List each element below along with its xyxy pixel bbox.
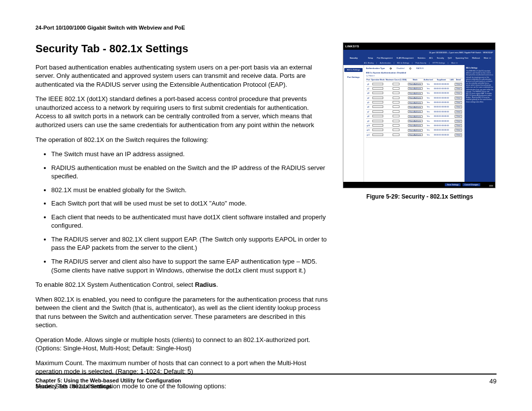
detail-button[interactable]: Detail: [455, 124, 462, 127]
maxcount-input[interactable]: [393, 101, 399, 103]
maxcount-input[interactable]: [393, 105, 399, 108]
table-row: g5ForceAuthorizYes00:00:00:00:00:00Detai…: [366, 100, 463, 104]
detail-button[interactable]: Detail: [455, 87, 462, 90]
table-row: g1ForceAuthorizYes00:00:00:00:00:00Detai…: [366, 82, 463, 86]
subnav-acl-binding[interactable]: ACL Binding: [364, 62, 373, 64]
mode-select[interactable]: ForceAuthoriz: [408, 129, 423, 132]
th-port: Port: [366, 78, 370, 82]
opmode-select[interactable]: [372, 92, 383, 94]
mode-select[interactable]: ForceAuthoriz: [408, 115, 423, 118]
opmode-select[interactable]: [372, 124, 383, 127]
mode-select[interactable]: ForceAuthoriz: [408, 110, 423, 113]
opmode-select[interactable]: [372, 105, 383, 108]
maxcount-input[interactable]: [393, 97, 399, 99]
maxcount-input[interactable]: [393, 134, 399, 136]
tab-stp[interactable]: Spanning Tree: [456, 57, 468, 59]
maxcount-input[interactable]: [393, 92, 399, 94]
cell-lag: [450, 86, 455, 91]
cell-supplicant: 00:00:00:00:00:00: [433, 86, 450, 91]
detail-button[interactable]: Detail: [455, 120, 462, 123]
maxcount-input[interactable]: [393, 129, 399, 131]
cell-lag: [450, 119, 455, 123]
tab-vlan[interactable]: VLAN Management: [397, 57, 414, 59]
pager[interactable]: 1-2 Next>>: [366, 75, 463, 77]
tab-port-mgmt[interactable]: Port Management: [377, 57, 393, 59]
tab-more[interactable]: More >>: [484, 57, 491, 59]
screenshot-figure: LINKSYS 24-port 10/100/1000 + 2-port min…: [343, 42, 496, 188]
mode-select[interactable]: ForceAuthoriz: [408, 102, 423, 104]
tab-stats[interactable]: Statistics: [417, 57, 425, 59]
tab-security[interactable]: Security: [437, 57, 444, 59]
cell-supplicant: 00:00:00:00:00:00: [433, 82, 450, 86]
opmode-select[interactable]: [372, 83, 383, 85]
save-settings-button[interactable]: Save Settings: [445, 183, 460, 186]
maxcount-input[interactable]: [393, 87, 399, 90]
subnav-8021x[interactable]: 802.1x Settings: [397, 62, 409, 64]
opmode-select[interactable]: [372, 101, 383, 103]
list-item: The Switch must have an IP address assig…: [51, 150, 329, 159]
rail-8021x-button[interactable]: 802.1x Settings: [344, 68, 363, 72]
opmode-select[interactable]: [372, 134, 383, 136]
cell-port: g5: [366, 100, 370, 104]
maxcount-input[interactable]: [393, 124, 399, 127]
cancel-changes-button[interactable]: Cancel Changes: [463, 183, 480, 186]
opmode-select[interactable]: [372, 120, 383, 122]
th-opmode: Operation Mode: [370, 78, 385, 82]
mode-select[interactable]: ForceAuthoriz: [408, 87, 423, 90]
tab-qos[interactable]: QoS: [448, 57, 452, 59]
mode-select[interactable]: ForceAuthoriz: [408, 83, 423, 85]
opmode-select[interactable]: [372, 87, 383, 90]
mode-select[interactable]: ForceAuthoriz: [408, 92, 423, 95]
list-item: Each Switch port that will be used must …: [51, 199, 329, 208]
requirements-list: The Switch must have an IP address assig…: [35, 150, 329, 274]
subnav-auth[interactable]: Authentication: [380, 62, 391, 64]
mode-select[interactable]: ForceAuthoriz: [408, 97, 423, 99]
detail-button[interactable]: Detail: [455, 110, 462, 113]
radio-disabled[interactable]: [390, 68, 392, 69]
opmode-select[interactable]: [372, 129, 383, 131]
maxcount-input[interactable]: [393, 83, 399, 85]
opmode-select[interactable]: [372, 97, 383, 99]
rail-port-settings-label: Port Settings: [343, 76, 364, 78]
cell-authorized: Yes: [423, 100, 433, 104]
mode-select[interactable]: ForceAuthoriz: [408, 106, 423, 108]
opmode-select[interactable]: [372, 115, 383, 117]
subnav-more[interactable]: More >>: [451, 62, 458, 64]
mode-select[interactable]: ForceAuthoriz: [408, 134, 423, 136]
cell-port: g3: [366, 91, 370, 96]
detail-button[interactable]: Detail: [455, 101, 462, 104]
cell-lag: [450, 123, 455, 128]
detail-button[interactable]: Detail: [455, 92, 462, 95]
detail-button[interactable]: Detail: [455, 97, 462, 100]
subnav-port-sec[interactable]: Ports Security: [415, 62, 426, 64]
detail-button[interactable]: Detail: [455, 83, 462, 86]
table-row: g7ForceAuthorizYes00:00:00:00:00:00Detai…: [366, 109, 463, 114]
tab-setup[interactable]: Setup: [368, 57, 373, 59]
maxcount-input[interactable]: [393, 115, 399, 117]
para-2: The IEEE 802.1X (dot1X) standard defines…: [35, 95, 329, 129]
cell-authorized: Yes: [423, 114, 433, 119]
detail-button[interactable]: Detail: [455, 115, 462, 118]
cell-supplicant: 00:00:00:00:00:00: [433, 114, 450, 119]
maxcount-input[interactable]: [393, 120, 399, 122]
table-row: g6ForceAuthorizYes00:00:00:00:00:00Detai…: [366, 105, 463, 109]
list-item: RADIUS authentication must be enabled on…: [51, 164, 329, 181]
mode-select[interactable]: ForceAuthoriz: [408, 120, 423, 122]
detail-button[interactable]: Detail: [455, 105, 462, 108]
th-supplicant: Supplicant: [433, 78, 450, 82]
bottom-button-bar: Save Settings Cancel Changes ▮▮▮▮: [343, 182, 495, 188]
page-heading: Security Tab - 802.1x Settings: [35, 41, 329, 56]
radio-radius[interactable]: [409, 68, 411, 69]
opmode-select[interactable]: [372, 110, 383, 113]
tab-multicast[interactable]: Multicast: [472, 57, 480, 59]
help-title: 802.1x Settings: [466, 67, 494, 69]
radio-radius-label: RADIUS: [416, 67, 424, 69]
subnav-https[interactable]: HTTPS Settings: [432, 62, 445, 64]
maxcount-input[interactable]: [393, 110, 399, 113]
mode-select[interactable]: ForceAuthoriz: [408, 124, 423, 127]
tab-acl[interactable]: ACL: [429, 57, 433, 59]
para-1: Port based authentication enables authen…: [35, 63, 329, 89]
detail-button[interactable]: Detail: [455, 134, 462, 137]
cell-lag: [450, 133, 455, 137]
detail-button[interactable]: Detail: [455, 129, 462, 132]
